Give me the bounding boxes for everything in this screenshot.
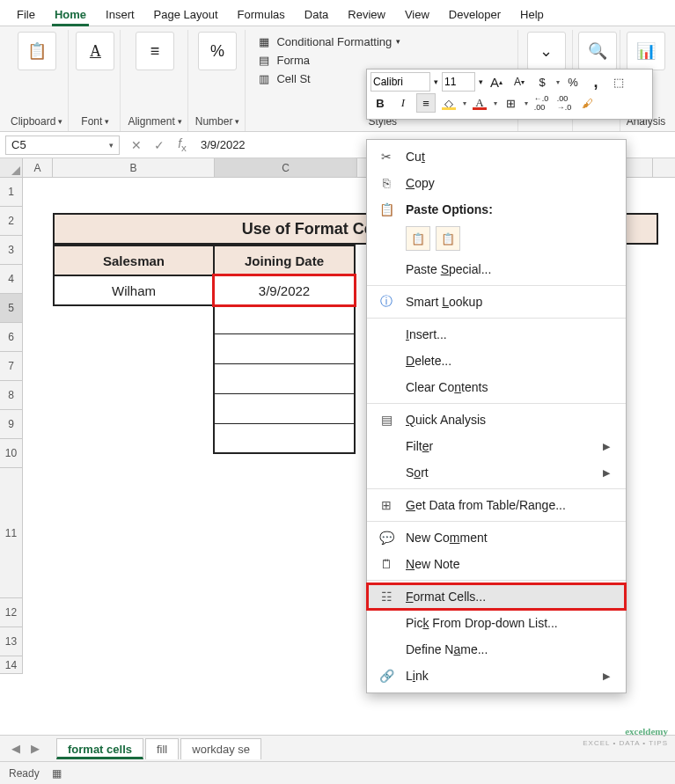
- currency-button[interactable]: $: [532, 72, 552, 92]
- row-head[interactable]: 12: [0, 598, 23, 627]
- menu-paste-special[interactable]: Paste Special...: [367, 256, 626, 282]
- menu-sort[interactable]: Sort▶: [367, 459, 626, 486]
- col-head-c[interactable]: C: [215, 158, 357, 177]
- tab-developer[interactable]: Developer: [439, 3, 510, 26]
- menu-insert[interactable]: Insert...: [367, 321, 626, 348]
- tab-home[interactable]: Home: [45, 3, 96, 26]
- row-head[interactable]: 6: [0, 323, 23, 352]
- find-button[interactable]: 🔍: [578, 32, 617, 70]
- analyze-data-button[interactable]: 📊: [627, 32, 665, 70]
- increase-decimal-button[interactable]: ←.0.00: [532, 93, 551, 113]
- tab-review[interactable]: Review: [338, 3, 395, 26]
- chevron-down-icon[interactable]: ▾: [434, 77, 438, 86]
- tab-page-layout[interactable]: Page Layout: [144, 3, 228, 26]
- menu-smart-lookup[interactable]: ⓘSmart Lookup: [367, 289, 626, 315]
- sheet-nav-prev[interactable]: ◀: [7, 742, 25, 755]
- italic-button[interactable]: I: [393, 93, 413, 113]
- row-head[interactable]: 8: [0, 381, 23, 410]
- menu-format-cells[interactable]: ☷Format Cells...: [367, 583, 626, 610]
- menu-filter[interactable]: Filter▶: [367, 433, 626, 459]
- row-head[interactable]: 13: [0, 627, 23, 656]
- number-button[interactable]: %: [198, 32, 237, 70]
- menu-new-comment[interactable]: 💬New Comment: [367, 524, 626, 551]
- row-head[interactable]: 10: [0, 439, 23, 468]
- sheet-tab-workday[interactable]: workday se: [180, 738, 261, 759]
- increase-font-button[interactable]: A▴: [487, 72, 506, 92]
- row-head[interactable]: 11: [0, 468, 23, 598]
- tab-file[interactable]: File: [7, 3, 45, 26]
- group-label: Font: [81, 115, 102, 128]
- font-color-button[interactable]: A: [470, 93, 489, 113]
- fill-color-button[interactable]: ◇: [439, 93, 459, 113]
- format-as-table-button[interactable]: ▤Forma: [256, 52, 400, 68]
- merge-button[interactable]: ⬚: [609, 72, 628, 92]
- sheet-nav-next[interactable]: ▶: [26, 742, 44, 755]
- tab-insert[interactable]: Insert: [96, 3, 144, 26]
- sheet-tab-format-cells[interactable]: format cells: [56, 738, 143, 759]
- tab-formulas[interactable]: Formulas: [228, 3, 295, 26]
- cell-joining-date-selected[interactable]: 3/9/2022: [213, 275, 356, 306]
- chevron-down-icon[interactable]: ▾: [178, 117, 182, 126]
- menu-get-data[interactable]: ⊞Get Data from Table/Range...: [367, 492, 626, 518]
- empty-cell[interactable]: [213, 424, 356, 454]
- sheet-tab-fill[interactable]: fill: [145, 738, 179, 759]
- menu-copy[interactable]: ⎘Copy: [367, 170, 626, 196]
- menu-new-note[interactable]: 🗒New Note: [367, 551, 626, 577]
- empty-cell[interactable]: [213, 304, 356, 334]
- paste-option-values[interactable]: 📋: [436, 226, 460, 251]
- chevron-down-icon[interactable]: ▾: [235, 117, 239, 126]
- menu-pick-from-list[interactable]: Pick From Drop-down List...: [367, 610, 626, 636]
- chevron-down-icon[interactable]: ▾: [479, 77, 483, 86]
- macro-record-icon[interactable]: ▦: [52, 767, 62, 780]
- col-header-salesman: Salesman: [53, 245, 215, 276]
- menu-link[interactable]: 🔗Link▶: [367, 663, 626, 689]
- row-head[interactable]: 9: [0, 410, 23, 439]
- alignment-button[interactable]: ≡: [136, 32, 174, 70]
- paste-button[interactable]: 📋: [18, 32, 56, 70]
- editing-button[interactable]: ⌄: [527, 32, 566, 70]
- row-head[interactable]: 4: [0, 265, 23, 294]
- tab-view[interactable]: View: [395, 3, 439, 26]
- comma-style-button[interactable]: ,: [586, 72, 605, 92]
- paste-option-keep-source[interactable]: 📋: [406, 226, 430, 251]
- empty-cell[interactable]: [213, 364, 356, 394]
- conditional-formatting-button[interactable]: ▦Conditional Formatting ▾: [256, 33, 400, 49]
- menu-quick-analysis[interactable]: ▤Quick Analysis: [367, 407, 626, 433]
- col-head-b[interactable]: B: [53, 158, 215, 177]
- menu-delete[interactable]: Delete...: [367, 348, 626, 374]
- enter-icon[interactable]: ✓: [148, 138, 171, 152]
- decrease-decimal-button[interactable]: .00→.0: [554, 93, 574, 113]
- row-head[interactable]: 14: [0, 656, 23, 674]
- row-head[interactable]: 7: [0, 352, 23, 381]
- tab-data[interactable]: Data: [295, 3, 338, 26]
- menu-define-name[interactable]: Define Name...: [367, 636, 626, 663]
- row-head[interactable]: 1: [0, 178, 23, 207]
- decrease-font-button[interactable]: A▾: [510, 72, 529, 92]
- col-head-a[interactable]: A: [23, 158, 53, 177]
- empty-cell[interactable]: [213, 394, 356, 424]
- fx-icon[interactable]: fx: [171, 136, 194, 153]
- percent-button[interactable]: %: [563, 72, 583, 92]
- font-button[interactable]: A: [76, 32, 114, 70]
- cell-salesman[interactable]: Wilham: [53, 275, 215, 306]
- chevron-down-icon[interactable]: ▾: [58, 117, 62, 126]
- bold-button[interactable]: B: [371, 93, 390, 113]
- tab-help[interactable]: Help: [510, 3, 554, 26]
- menu-cut[interactable]: ✂Cut: [367, 143, 626, 170]
- select-all-corner[interactable]: [0, 158, 23, 177]
- cancel-icon[interactable]: ✕: [125, 138, 148, 152]
- row-head[interactable]: 3: [0, 236, 23, 265]
- chevron-down-icon[interactable]: ▾: [105, 117, 109, 126]
- row-head[interactable]: 5: [0, 294, 23, 323]
- row-head[interactable]: 2: [0, 207, 23, 236]
- table-icon: ⊞: [378, 496, 395, 514]
- borders-button[interactable]: ⊞: [501, 93, 520, 113]
- name-box[interactable]: C5 ▾: [5, 136, 120, 155]
- chevron-down-icon[interactable]: ▾: [109, 141, 114, 150]
- font-size-select[interactable]: [442, 72, 475, 92]
- font-name-select[interactable]: [371, 72, 430, 92]
- empty-cell[interactable]: [213, 334, 356, 364]
- align-center-button[interactable]: ≡: [416, 93, 436, 113]
- menu-clear-contents[interactable]: Clear Contents: [367, 374, 626, 400]
- format-painter-button[interactable]: 🖌: [577, 93, 597, 113]
